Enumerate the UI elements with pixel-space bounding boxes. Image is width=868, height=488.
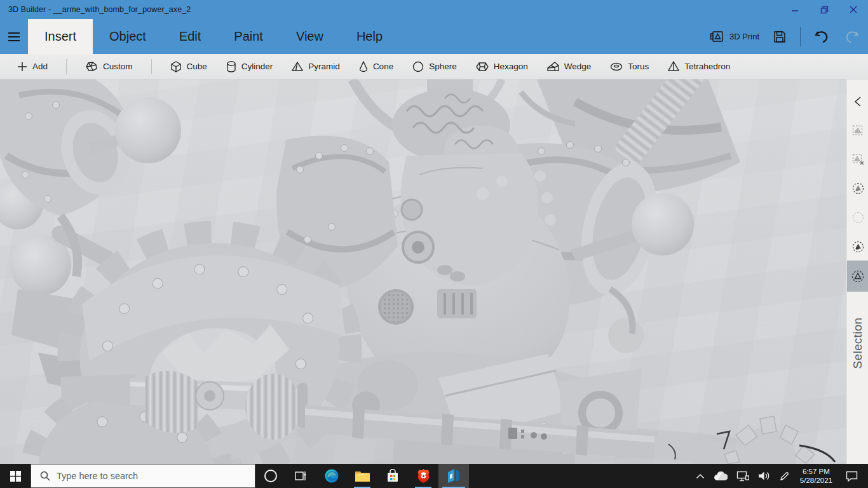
tab-view[interactable]: View <box>280 19 340 54</box>
restore-button[interactable] <box>810 0 839 19</box>
shape-wedge-button[interactable]: Wedge <box>538 54 601 79</box>
3d-model-canvas <box>0 79 846 464</box>
file-explorer-button[interactable] <box>347 464 377 488</box>
undo-icon <box>815 30 830 44</box>
selection-circle-empty-button[interactable] <box>847 203 868 232</box>
chevron-up-icon <box>696 473 705 479</box>
windows-start-icon <box>10 471 21 482</box>
selection-panel-label: Selection <box>851 318 865 369</box>
shape-sphere-button[interactable]: Sphere <box>403 54 466 79</box>
chevron-left-icon <box>853 96 862 107</box>
brave-icon <box>417 468 430 484</box>
3d-builder-icon <box>447 468 461 484</box>
search-placeholder: Type here to search <box>57 471 138 481</box>
tab-insert[interactable]: Insert <box>28 19 93 54</box>
shape-label: Tetrahedron <box>684 62 730 71</box>
window-controls <box>780 0 868 19</box>
network-button[interactable] <box>732 464 754 488</box>
collapse-panel-button[interactable] <box>847 87 868 116</box>
shape-cylinder-button[interactable]: Cylinder <box>217 54 283 79</box>
file-explorer-icon <box>355 470 370 483</box>
close-button[interactable] <box>839 0 868 19</box>
volume-button[interactable] <box>754 464 775 488</box>
edge-icon <box>324 468 339 484</box>
invert-selection-icon <box>851 182 865 195</box>
save-icon <box>773 30 786 43</box>
task-view-icon <box>295 470 308 482</box>
minimize-button[interactable] <box>780 0 810 19</box>
minimize-icon <box>791 6 799 13</box>
redo-icon <box>844 30 859 44</box>
hexagon-icon <box>476 62 489 72</box>
tab-edit[interactable]: Edit <box>163 19 217 54</box>
tab-paint[interactable]: Paint <box>217 19 280 54</box>
shape-label: Wedge <box>564 62 592 71</box>
select-all-icon <box>851 123 865 137</box>
custom-label: Custom <box>103 62 133 71</box>
system-tray: 6:57 PM 5/28/2021 <box>691 464 868 488</box>
task-view-button[interactable] <box>286 464 316 488</box>
shape-label: Pyramid <box>308 62 340 71</box>
onedrive-button[interactable] <box>709 464 732 488</box>
tab-help[interactable]: Help <box>340 19 399 54</box>
3d-viewport[interactable] <box>0 79 846 464</box>
shape-cone-button[interactable]: Cone <box>349 54 403 79</box>
tray-date: 5/28/2021 <box>800 476 832 485</box>
custom-shape-icon <box>85 61 98 72</box>
3d-builder-taskbar-button[interactable] <box>438 464 469 488</box>
3d-print-icon <box>709 30 724 43</box>
hamburger-icon <box>8 32 20 42</box>
select-all-button[interactable] <box>847 115 868 144</box>
onedrive-cloud-icon <box>714 471 728 481</box>
sphere-icon <box>412 61 424 72</box>
cone-icon <box>359 61 368 72</box>
shape-label: Cone <box>373 62 393 71</box>
selection-mode-triangle-icon <box>851 269 865 283</box>
close-icon <box>850 6 857 13</box>
3d-print-button[interactable]: 3D Print <box>709 30 759 43</box>
taskbar-search[interactable]: Type here to search <box>31 464 255 488</box>
action-center-button[interactable] <box>838 464 865 488</box>
shape-cube-button[interactable]: Cube <box>161 54 217 79</box>
3d-builder-window: 3D Builder - __arme_with_bomb_for_power_… <box>0 0 868 488</box>
custom-shape-button[interactable]: Custom <box>76 54 142 79</box>
select-none-button[interactable] <box>847 144 868 173</box>
window-title: 3D Builder - __arme_with_bomb_for_power_… <box>0 5 191 14</box>
add-label: Add <box>32 62 48 71</box>
menu-bar: Insert Object Edit Paint View Help 3D Pr… <box>0 19 868 54</box>
shape-pyramid-button[interactable]: Pyramid <box>282 54 349 79</box>
redo-button[interactable] <box>844 30 859 44</box>
cylinder-icon <box>226 61 236 72</box>
shape-label: Cylinder <box>241 62 273 71</box>
save-button[interactable] <box>773 30 786 43</box>
selection-mode-button[interactable] <box>847 261 868 292</box>
edge-button[interactable] <box>316 464 347 488</box>
cortana-icon <box>264 469 278 483</box>
panel-title-vertical: Selection <box>847 295 868 391</box>
3d-print-label: 3D Print <box>729 32 759 41</box>
selection-circle-filled-button[interactable] <box>847 232 868 261</box>
search-icon <box>40 471 50 481</box>
selection-sidebar: Selection <box>846 79 868 464</box>
tray-overflow-button[interactable] <box>691 464 709 488</box>
brave-button[interactable] <box>408 464 438 488</box>
clock[interactable]: 6:57 PM 5/28/2021 <box>794 464 838 488</box>
shape-tetrahedron-button[interactable]: Tetrahedron <box>658 54 740 79</box>
add-button[interactable]: Add <box>8 54 57 79</box>
menu-divider <box>800 27 801 46</box>
select-none-icon <box>851 152 865 166</box>
restore-icon <box>820 6 829 14</box>
cortana-button[interactable] <box>255 464 286 488</box>
invert-selection-button[interactable] <box>847 173 868 203</box>
shape-torus-button[interactable]: Torus <box>600 54 658 79</box>
hamburger-button[interactable] <box>0 19 28 54</box>
toolbar-divider <box>66 59 67 74</box>
shape-label: Torus <box>628 62 649 71</box>
start-button[interactable] <box>0 464 31 488</box>
tab-object[interactable]: Object <box>93 19 163 54</box>
shape-hexagon-button[interactable]: Hexagon <box>466 54 538 79</box>
undo-button[interactable] <box>815 30 830 44</box>
cube-icon <box>170 61 182 72</box>
store-button[interactable] <box>377 464 408 488</box>
pen-button[interactable] <box>775 464 794 488</box>
